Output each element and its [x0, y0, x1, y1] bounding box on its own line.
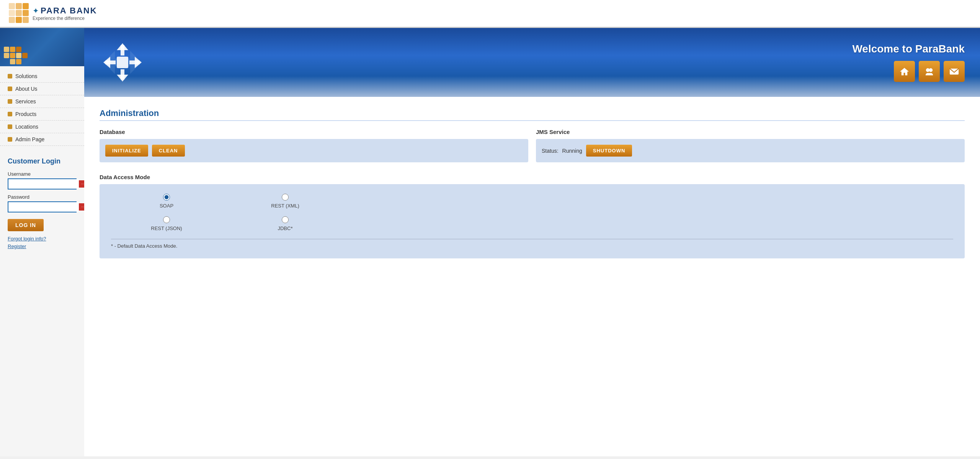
data-access-divider — [111, 239, 953, 239]
radio-rest-json-label: REST (JSON) — [151, 225, 182, 231]
home-button[interactable] — [894, 61, 915, 82]
sidebar-item-admin-page[interactable]: Admin Page — [0, 133, 84, 146]
tagline: Experience the difference — [33, 16, 97, 21]
nav-label-services: Services — [15, 98, 36, 105]
messages-button[interactable] — [944, 61, 965, 82]
login-button[interactable]: LOG IN — [8, 219, 44, 231]
brand-name: PARA BANK — [41, 6, 97, 16]
clean-button[interactable]: CLEAN — [152, 145, 185, 157]
nav-bullet-services — [8, 99, 12, 104]
radio-jdbc: JDBC* — [230, 216, 341, 231]
radio-rest-json-input[interactable] — [163, 216, 170, 223]
svg-marker-3 — [117, 43, 128, 50]
radio-rest-xml-input[interactable] — [282, 194, 289, 201]
radio-jdbc-label: JDBC* — [278, 225, 292, 231]
data-access-section: Data Access Mode SOAP REST (XML) — [100, 174, 965, 258]
nav-bullet-solutions — [8, 74, 12, 78]
password-input[interactable] — [8, 202, 79, 212]
username-input[interactable] — [8, 179, 79, 189]
logo-mosaic-icon — [8, 4, 29, 23]
data-access-title: Data Access Mode — [100, 174, 965, 180]
radio-soap-input[interactable] — [163, 194, 170, 201]
logo-text: ✦ PARA BANK Experience the difference — [33, 6, 97, 21]
logo-area: ✦ PARA BANK Experience the difference — [8, 4, 97, 23]
register-link[interactable]: Register — [8, 243, 77, 249]
sidebar-item-services[interactable]: Services — [0, 95, 84, 108]
nav-bullet-about-us — [8, 87, 12, 91]
radio-grid: SOAP REST (XML) REST (JSON) JDBC* — [111, 194, 341, 231]
sidebar-mosaic — [4, 47, 28, 64]
nav-label-locations: Locations — [15, 124, 38, 130]
banner-buttons — [894, 61, 965, 82]
admin-title: Administration — [100, 108, 965, 121]
nav-bullet-products — [8, 112, 12, 116]
content-area: Welcome to ParaBank — [84, 28, 980, 456]
nav-label-admin-page: Admin Page — [15, 136, 44, 142]
svg-marker-9 — [135, 57, 142, 68]
svg-marker-7 — [103, 57, 110, 68]
nav-label-products: Products — [15, 111, 36, 117]
radio-jdbc-input[interactable] — [282, 216, 289, 223]
radio-rest-xml: REST (XML) — [230, 194, 341, 209]
database-title: Database — [100, 129, 528, 135]
status-label: Status: — [542, 148, 559, 154]
nav-label-solutions: Solutions — [15, 73, 38, 79]
radio-soap: SOAP — [111, 194, 222, 209]
login-title: Customer Login — [8, 157, 77, 165]
forgot-link[interactable]: Forgot login info? — [8, 236, 77, 242]
database-box: INITIALIZE CLEAN — [100, 139, 528, 162]
nav-label-about-us: About Us — [15, 86, 38, 92]
database-section: Database INITIALIZE CLEAN — [100, 129, 528, 162]
admin-content: Administration Database INITIALIZE CLEAN… — [84, 97, 980, 270]
shutdown-button[interactable]: SHUTDOWN — [586, 145, 632, 157]
login-links: Forgot login info? Register — [8, 236, 77, 249]
svg-marker-5 — [117, 75, 128, 82]
sidebar-banner — [0, 28, 84, 66]
nav-menu: SolutionsAbout UsServicesProductsLocatio… — [0, 66, 84, 150]
sidebar-item-about-us[interactable]: About Us — [0, 83, 84, 95]
data-access-note: * - Default Data Access Mode. — [111, 243, 953, 249]
sidebar-item-locations[interactable]: Locations — [0, 121, 84, 133]
svg-point-11 — [929, 68, 933, 72]
banner: Welcome to ParaBank — [84, 28, 980, 97]
username-label: Username — [8, 171, 77, 177]
nav-bullet-admin-page — [8, 137, 12, 142]
radio-rest-json: REST (JSON) — [111, 216, 222, 231]
banner-icon — [100, 39, 145, 85]
radio-soap-label: SOAP — [160, 203, 173, 209]
banner-welcome: Welcome to ParaBank — [852, 43, 965, 55]
nav-bullet-locations — [8, 124, 12, 129]
initialize-button[interactable]: INITIALIZE — [105, 145, 148, 157]
login-panel: Customer Login Username ⋯ Password ⋯ LOG… — [0, 150, 84, 257]
logo-star-icon: ✦ — [33, 6, 39, 15]
svg-rect-1 — [117, 57, 128, 68]
header: ✦ PARA BANK Experience the difference — [0, 0, 980, 28]
username-input-wrap: ⋯ — [8, 178, 77, 189]
main-layout: SolutionsAbout UsServicesProductsLocatio… — [0, 28, 980, 456]
sidebar: SolutionsAbout UsServicesProductsLocatio… — [0, 28, 84, 456]
admin-grid: Database INITIALIZE CLEAN JMS Service St… — [100, 129, 965, 162]
password-input-wrap: ⋯ — [8, 201, 77, 212]
sidebar-item-solutions[interactable]: Solutions — [0, 70, 84, 83]
status-value: Running — [562, 148, 582, 154]
jms-section: JMS Service Status: Running SHUTDOWN — [536, 129, 965, 162]
jms-box: Status: Running SHUTDOWN — [536, 139, 965, 162]
banner-right: Welcome to ParaBank — [852, 43, 965, 82]
radio-rest-xml-label: REST (XML) — [271, 203, 299, 209]
accounts-button[interactable] — [919, 61, 940, 82]
data-access-box: SOAP REST (XML) REST (JSON) JDBC* — [100, 184, 965, 258]
jms-title: JMS Service — [536, 129, 965, 135]
password-label: Password — [8, 194, 77, 200]
sidebar-item-products[interactable]: Products — [0, 108, 84, 121]
